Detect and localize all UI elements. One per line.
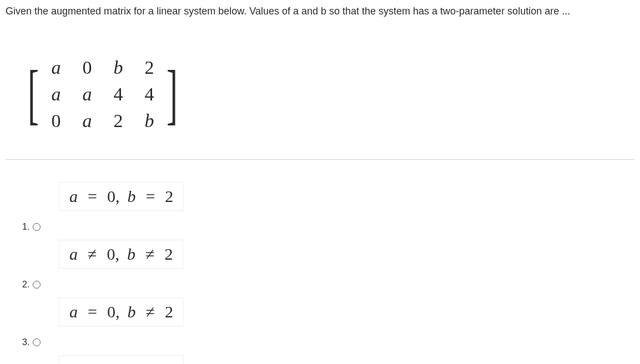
option-wrap: a = 0, b ≠ 2 3.: [22, 297, 634, 347]
option-number: 1.: [22, 222, 29, 232]
option-2-math: a ≠ 0, b ≠ 2: [59, 240, 183, 269]
option-1[interactable]: a = 0, b = 2: [53, 182, 634, 214]
radio-icon[interactable]: [33, 223, 41, 231]
divider: [6, 159, 634, 160]
option-3-math: a = 0, b ≠ 2: [59, 297, 184, 326]
matrix-cell: a: [80, 84, 94, 105]
option-1-math: a = 0, b = 2: [59, 182, 184, 211]
question-text: Given the augmented matrix for a linear …: [6, 4, 634, 18]
matrix-cell: b: [142, 110, 157, 132]
matrix-cell: 0: [49, 110, 63, 132]
option-number: 2.: [22, 280, 29, 290]
option-2[interactable]: a ≠ 0, b ≠ 2: [53, 240, 634, 272]
matrix-cell: a: [49, 57, 63, 78]
matrix-content: a 0 b 2 a a 4 4 0 a 2 b: [44, 57, 161, 132]
option-wrap: a ≠ 0, b ≠ 2 2.: [22, 240, 634, 290]
option-4[interactable]: a ≠ 0, b = 2: [53, 355, 634, 364]
matrix-cell: b: [111, 57, 125, 78]
option-wrap: a ≠ 0, b = 2 4.: [22, 355, 634, 364]
radio-icon[interactable]: [33, 281, 41, 289]
options-list: a = 0, b = 2 1. a ≠ 0, b ≠ 2 2. a = 0, b: [22, 182, 634, 364]
option-number: 3.: [22, 337, 29, 347]
radio-icon[interactable]: [33, 338, 41, 346]
matrix-bracket-right: ]: [167, 64, 178, 124]
option-1-label[interactable]: 1.: [22, 222, 629, 232]
matrix-cell: a: [80, 110, 94, 132]
option-3-label[interactable]: 3.: [22, 337, 629, 347]
option-wrap: a = 0, b = 2 1.: [22, 182, 634, 232]
matrix-cell: 4: [142, 84, 157, 105]
matrix-cell: 2: [142, 57, 157, 78]
matrix-cell: 4: [111, 84, 125, 105]
matrix-cell: 0: [80, 57, 94, 78]
augmented-matrix: [ a 0 b 2 a a 4 4 0 a 2 b ]: [22, 57, 183, 132]
option-4-math: a ≠ 0, b = 2: [59, 355, 184, 364]
option-3[interactable]: a = 0, b ≠ 2: [53, 297, 634, 330]
matrix-cell: a: [49, 84, 63, 105]
matrix-cell: 2: [111, 110, 125, 132]
matrix-bracket-left: [: [28, 64, 39, 124]
option-2-label[interactable]: 2.: [22, 280, 629, 290]
